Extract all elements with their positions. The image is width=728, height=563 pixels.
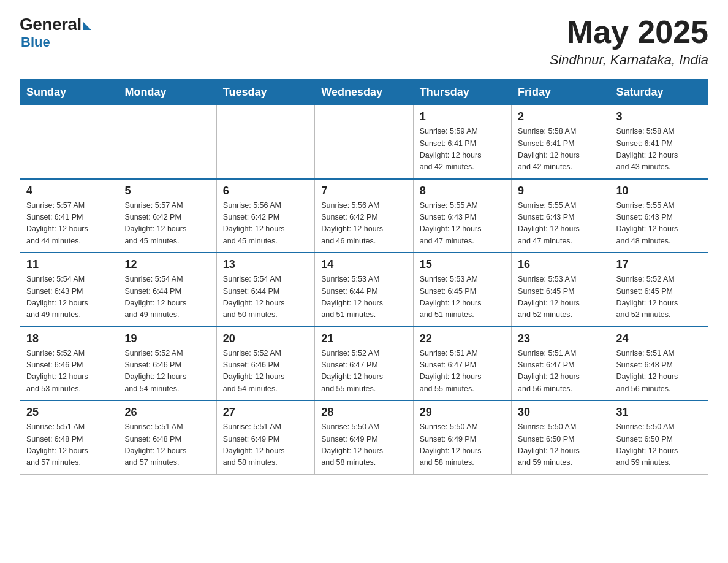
day-number: 11 — [26, 258, 112, 271]
calendar-cell: 31Sunrise: 5:50 AM Sunset: 6:50 PM Dayli… — [610, 400, 708, 474]
day-info: Sunrise: 5:55 AM Sunset: 6:43 PM Dayligh… — [518, 200, 603, 248]
day-info: Sunrise: 5:53 AM Sunset: 6:44 PM Dayligh… — [321, 274, 406, 321]
calendar-cell — [118, 105, 216, 179]
calendar-cell: 28Sunrise: 5:50 AM Sunset: 6:49 PM Dayli… — [315, 400, 413, 474]
calendar-cell: 21Sunrise: 5:52 AM Sunset: 6:47 PM Dayli… — [315, 327, 413, 401]
day-number: 22 — [420, 332, 505, 345]
day-of-week-header: Friday — [512, 80, 610, 105]
calendar-cell: 9Sunrise: 5:55 AM Sunset: 6:43 PM Daylig… — [512, 179, 610, 253]
day-number: 7 — [321, 185, 406, 197]
calendar-cell: 5Sunrise: 5:57 AM Sunset: 6:42 PM Daylig… — [118, 179, 216, 253]
day-info: Sunrise: 5:50 AM Sunset: 6:49 PM Dayligh… — [321, 421, 406, 469]
day-number: 31 — [616, 406, 702, 419]
calendar-cell: 22Sunrise: 5:51 AM Sunset: 6:47 PM Dayli… — [413, 327, 511, 401]
day-number: 15 — [420, 258, 505, 271]
day-info: Sunrise: 5:51 AM Sunset: 6:49 PM Dayligh… — [223, 421, 308, 469]
calendar-cell: 30Sunrise: 5:50 AM Sunset: 6:50 PM Dayli… — [512, 400, 610, 474]
logo-arrow-icon — [83, 21, 91, 30]
day-number: 2 — [518, 110, 603, 123]
calendar-cell: 7Sunrise: 5:56 AM Sunset: 6:42 PM Daylig… — [315, 179, 413, 253]
calendar-cell: 25Sunrise: 5:51 AM Sunset: 6:48 PM Dayli… — [20, 400, 118, 474]
day-info: Sunrise: 5:51 AM Sunset: 6:48 PM Dayligh… — [124, 421, 210, 469]
day-number: 29 — [420, 406, 505, 419]
day-info: Sunrise: 5:52 AM Sunset: 6:45 PM Dayligh… — [616, 274, 702, 321]
calendar-cell: 2Sunrise: 5:58 AM Sunset: 6:41 PM Daylig… — [512, 105, 610, 179]
calendar-cell: 16Sunrise: 5:53 AM Sunset: 6:45 PM Dayli… — [512, 253, 610, 327]
day-number: 21 — [321, 332, 406, 345]
calendar-cell: 23Sunrise: 5:51 AM Sunset: 6:47 PM Dayli… — [512, 327, 610, 401]
day-number: 30 — [518, 406, 603, 419]
calendar-cell: 29Sunrise: 5:50 AM Sunset: 6:49 PM Dayli… — [413, 400, 511, 474]
calendar-cell: 17Sunrise: 5:52 AM Sunset: 6:45 PM Dayli… — [610, 253, 708, 327]
calendar-cell: 27Sunrise: 5:51 AM Sunset: 6:49 PM Dayli… — [216, 400, 314, 474]
day-number: 18 — [26, 332, 112, 345]
calendar-table: SundayMondayTuesdayWednesdayThursdayFrid… — [20, 79, 708, 475]
calendar-cell: 24Sunrise: 5:51 AM Sunset: 6:48 PM Dayli… — [610, 327, 708, 401]
day-info: Sunrise: 5:52 AM Sunset: 6:46 PM Dayligh… — [124, 348, 210, 396]
day-number: 3 — [616, 110, 702, 123]
calendar-cell: 15Sunrise: 5:53 AM Sunset: 6:45 PM Dayli… — [413, 253, 511, 327]
day-number: 4 — [26, 185, 112, 197]
day-number: 13 — [223, 258, 308, 271]
day-info: Sunrise: 5:50 AM Sunset: 6:50 PM Dayligh… — [616, 421, 702, 469]
calendar-week-row: 11Sunrise: 5:54 AM Sunset: 6:43 PM Dayli… — [20, 253, 708, 327]
day-of-week-header: Sunday — [20, 80, 118, 105]
day-info: Sunrise: 5:52 AM Sunset: 6:46 PM Dayligh… — [26, 348, 112, 396]
calendar-cell: 4Sunrise: 5:57 AM Sunset: 6:41 PM Daylig… — [20, 179, 118, 253]
calendar-cell: 20Sunrise: 5:52 AM Sunset: 6:46 PM Dayli… — [216, 327, 314, 401]
day-info: Sunrise: 5:59 AM Sunset: 6:41 PM Dayligh… — [420, 126, 505, 174]
day-info: Sunrise: 5:53 AM Sunset: 6:45 PM Dayligh… — [518, 274, 603, 321]
day-number: 28 — [321, 406, 406, 419]
calendar-cell: 13Sunrise: 5:54 AM Sunset: 6:44 PM Dayli… — [216, 253, 314, 327]
day-number: 19 — [124, 332, 210, 345]
day-info: Sunrise: 5:54 AM Sunset: 6:44 PM Dayligh… — [223, 274, 308, 321]
day-info: Sunrise: 5:51 AM Sunset: 6:47 PM Dayligh… — [420, 348, 505, 396]
page-header: General Blue May 2025 Sindhnur, Karnatak… — [20, 15, 708, 68]
day-number: 20 — [223, 332, 308, 345]
day-number: 24 — [616, 332, 702, 345]
day-info: Sunrise: 5:55 AM Sunset: 6:43 PM Dayligh… — [420, 200, 505, 248]
day-info: Sunrise: 5:53 AM Sunset: 6:45 PM Dayligh… — [420, 274, 505, 321]
day-number: 9 — [518, 185, 603, 197]
calendar-cell: 19Sunrise: 5:52 AM Sunset: 6:46 PM Dayli… — [118, 327, 216, 401]
calendar-cell: 3Sunrise: 5:58 AM Sunset: 6:41 PM Daylig… — [610, 105, 708, 179]
day-of-week-header: Thursday — [413, 80, 511, 105]
day-info: Sunrise: 5:51 AM Sunset: 6:47 PM Dayligh… — [518, 348, 603, 396]
day-number: 27 — [223, 406, 308, 419]
calendar-cell: 10Sunrise: 5:55 AM Sunset: 6:43 PM Dayli… — [610, 179, 708, 253]
day-info: Sunrise: 5:58 AM Sunset: 6:41 PM Dayligh… — [616, 126, 702, 174]
logo: General Blue — [20, 15, 91, 50]
calendar-cell: 26Sunrise: 5:51 AM Sunset: 6:48 PM Dayli… — [118, 400, 216, 474]
day-info: Sunrise: 5:52 AM Sunset: 6:46 PM Dayligh… — [223, 348, 308, 396]
day-number: 14 — [321, 258, 406, 271]
day-number: 8 — [420, 185, 505, 197]
calendar-cell — [315, 105, 413, 179]
title-block: May 2025 Sindhnur, Karnataka, India — [550, 15, 708, 68]
day-info: Sunrise: 5:54 AM Sunset: 6:44 PM Dayligh… — [124, 274, 210, 321]
day-info: Sunrise: 5:57 AM Sunset: 6:42 PM Dayligh… — [124, 200, 210, 248]
day-number: 23 — [518, 332, 603, 345]
day-info: Sunrise: 5:55 AM Sunset: 6:43 PM Dayligh… — [616, 200, 702, 248]
day-of-week-header: Saturday — [610, 80, 708, 105]
day-number: 17 — [616, 258, 702, 271]
day-number: 16 — [518, 258, 603, 271]
calendar-week-row: 1Sunrise: 5:59 AM Sunset: 6:41 PM Daylig… — [20, 105, 708, 179]
calendar-cell: 8Sunrise: 5:55 AM Sunset: 6:43 PM Daylig… — [413, 179, 511, 253]
day-number: 6 — [223, 185, 308, 197]
calendar-week-row: 18Sunrise: 5:52 AM Sunset: 6:46 PM Dayli… — [20, 327, 708, 401]
day-info: Sunrise: 5:51 AM Sunset: 6:48 PM Dayligh… — [616, 348, 702, 396]
day-of-week-header: Wednesday — [315, 80, 413, 105]
calendar-cell: 18Sunrise: 5:52 AM Sunset: 6:46 PM Dayli… — [20, 327, 118, 401]
day-info: Sunrise: 5:50 AM Sunset: 6:50 PM Dayligh… — [518, 421, 603, 469]
calendar-cell — [216, 105, 314, 179]
day-info: Sunrise: 5:57 AM Sunset: 6:41 PM Dayligh… — [26, 200, 112, 248]
day-info: Sunrise: 5:56 AM Sunset: 6:42 PM Dayligh… — [223, 200, 308, 248]
day-info: Sunrise: 5:51 AM Sunset: 6:48 PM Dayligh… — [26, 421, 112, 469]
calendar-week-row: 25Sunrise: 5:51 AM Sunset: 6:48 PM Dayli… — [20, 400, 708, 474]
month-title: May 2025 — [550, 15, 708, 50]
calendar-cell: 12Sunrise: 5:54 AM Sunset: 6:44 PM Dayli… — [118, 253, 216, 327]
day-number: 26 — [124, 406, 210, 419]
day-info: Sunrise: 5:56 AM Sunset: 6:42 PM Dayligh… — [321, 200, 406, 248]
day-number: 1 — [420, 110, 505, 123]
day-info: Sunrise: 5:58 AM Sunset: 6:41 PM Dayligh… — [518, 126, 603, 174]
